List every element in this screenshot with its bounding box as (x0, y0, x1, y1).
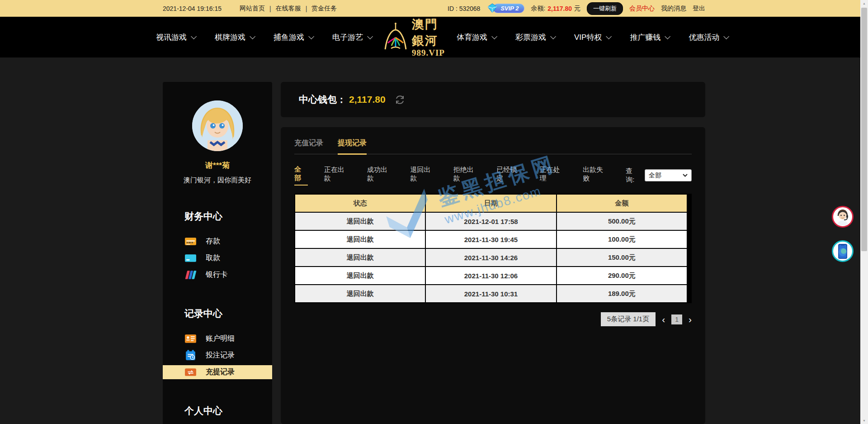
sidebar-slogan: 澳门银河，因你而美好 (163, 176, 272, 185)
scrollbar-thumb[interactable] (861, 8, 867, 251)
records-panel: 充值记录 提现记录 全部 正在出款 成功出款 退回出款 拒绝出款 已经锁定 正在… (281, 127, 705, 424)
tab-deposit-records[interactable]: 充值记录 (294, 138, 323, 154)
sidebar-item-account-detail[interactable]: 账户明细 (163, 332, 272, 346)
table-row: 退回出款 2021-11-30 10:31 189.00元 (295, 285, 687, 303)
query-select[interactable]: 全部 (645, 169, 692, 181)
logout-link[interactable]: 登出 (693, 5, 705, 13)
bank-cards-icon (184, 269, 197, 281)
next-page-button[interactable]: › (689, 314, 692, 324)
table-row: 退回出款 2021-11-30 12:06 290.00元 (295, 267, 687, 285)
nav-lottery-games[interactable]: 彩票游戏 (515, 32, 554, 43)
sidebar-item-withdraw[interactable]: 取款 (163, 251, 272, 265)
table-row: 退回出款 2021-11-30 19:45 100.00元 (295, 230, 687, 248)
nav-vip-privilege[interactable]: VIP特权 (574, 32, 610, 43)
floating-buttons (832, 206, 854, 262)
chevron-down-icon (665, 33, 671, 39)
table-header-row: 状态 日期 金额 (295, 194, 687, 212)
transfer-record-icon (184, 366, 197, 378)
filter-success[interactable]: 成功出款 (367, 166, 394, 185)
col-status: 状态 (295, 194, 425, 212)
col-date: 日期 (425, 194, 556, 212)
chevron-down-icon (491, 33, 497, 39)
phone-icon (834, 242, 852, 260)
avatar (192, 100, 243, 151)
nav-promo-activity[interactable]: 优惠活动 (689, 32, 727, 43)
nav-live-games[interactable]: 视讯游戏 (156, 32, 195, 43)
scroll-down-icon[interactable]: ▼ (860, 419, 868, 422)
bounty-task-link[interactable]: 赏金任务 (311, 5, 337, 13)
sidebar-item-bank-card[interactable]: 银行卡 (163, 268, 272, 282)
sidebar-item-bet-record[interactable]: 投注记录 (163, 348, 272, 362)
nav-slot-games[interactable]: 电子游艺 (332, 32, 371, 43)
refresh-balance-button[interactable]: 一键刷新 (587, 2, 623, 15)
logo-title: 澳門銀河 (412, 16, 445, 49)
table-row: 退回出款 2021-12-01 17:58 500.00元 (295, 212, 687, 230)
nav-board-games[interactable]: 棋牌游戏 (215, 32, 254, 43)
account-sidebar: 谢***菊 澳门银河，因你而美好 财务中心 存款 取款 银行卡 记录中心 (163, 82, 272, 424)
diamond-icon (487, 3, 498, 14)
pagination: 5条记录 1/1页 ‹ 1 › (294, 312, 692, 326)
online-service-link[interactable]: 在线客服 (276, 5, 301, 13)
balance-label: 余额: (531, 5, 545, 13)
site-logo[interactable]: 澳門銀河 989.VIP (383, 16, 445, 58)
my-messages-link[interactable]: 我的消息 (661, 5, 686, 13)
member-center-link[interactable]: 会员中心 (629, 5, 655, 13)
nav-promotion-earn[interactable]: 推广赚钱 (630, 32, 669, 43)
page-scrollbar[interactable]: ▲ ▼ (860, 0, 868, 424)
col-amount: 金额 (557, 194, 687, 212)
page-number[interactable]: 1 (671, 314, 682, 324)
status-filters: 全部 正在出款 成功出款 退回出款 拒绝出款 已经锁定 正在处理 出款失败 查询… (294, 165, 692, 186)
sidebar-item-transfer-record[interactable]: 充提记录 (163, 365, 272, 379)
link-separator: | (269, 5, 271, 12)
chevron-down-icon (367, 33, 373, 39)
filter-processing[interactable]: 正在处理 (540, 166, 566, 185)
deposit-card-icon (184, 235, 197, 248)
filter-locked[interactable]: 已经锁定 (496, 166, 523, 185)
nav-fishing-games[interactable]: 捕鱼游戏 (274, 32, 312, 43)
user-id: ID : 532068 (448, 5, 480, 12)
query-label: 查询: (626, 167, 641, 184)
sidebar-item-deposit[interactable]: 存款 (163, 234, 272, 248)
link-separator: | (306, 5, 307, 12)
nav-sports-games[interactable]: 体育游戏 (457, 32, 495, 43)
wallet-panel: 中心钱包： 2,117.80 (281, 82, 705, 117)
prev-page-button[interactable]: ‹ (662, 314, 665, 324)
account-detail-icon (184, 333, 197, 345)
record-count-summary: 5条记录 1/1页 (601, 312, 656, 326)
logo-subtitle: 989.VIP (412, 48, 445, 58)
section-personal-center: 个人中心 (163, 405, 272, 417)
chevron-down-icon (550, 33, 556, 39)
chevron-down-icon (250, 33, 255, 39)
filter-paying[interactable]: 正在出款 (324, 166, 351, 185)
filter-rejected[interactable]: 拒绝出款 (453, 166, 480, 185)
top-bar: 2021-12-04 19:16:15 网站首页 | 在线客服 | 赏金任务 I… (0, 0, 868, 17)
main-nav: 视讯游戏 棋牌游戏 捕鱼游戏 电子游艺 (0, 17, 868, 57)
username: 谢***菊 (163, 160, 272, 171)
chevron-down-icon (191, 33, 197, 39)
chevron-down-icon (683, 174, 688, 177)
galaxy-fountain-icon (383, 22, 408, 52)
chevron-down-icon (308, 33, 314, 39)
wallet-label: 中心钱包： (299, 93, 346, 106)
filter-failed[interactable]: 出款失败 (583, 166, 609, 185)
scroll-up-icon[interactable]: ▲ (860, 2, 868, 5)
current-datetime: 2021-12-04 19:16:15 (163, 5, 222, 12)
mobile-app-button[interactable] (832, 240, 854, 262)
wallet-amount: 2,117.80 (349, 94, 386, 105)
balance-value: 2,117.80 (547, 5, 572, 12)
filter-all[interactable]: 全部 (294, 165, 308, 186)
refresh-wallet-icon[interactable] (395, 95, 405, 105)
section-record-center: 记录中心 (163, 307, 272, 320)
customer-service-button[interactable] (832, 206, 854, 228)
record-tabs: 充值记录 提现记录 (294, 138, 692, 154)
customer-service-icon (833, 207, 852, 226)
chevron-down-icon (606, 33, 612, 39)
filter-returned[interactable]: 退回出款 (410, 166, 437, 185)
section-finance-center: 财务中心 (163, 210, 272, 223)
svip-badge: SVIP 2 (493, 4, 524, 13)
tab-withdrawal-records[interactable]: 提现记录 (338, 138, 367, 155)
chevron-down-icon (724, 33, 730, 39)
withdraw-card-icon (184, 252, 197, 264)
table-row: 退回出款 2021-11-30 14:26 150.00元 (295, 248, 687, 267)
home-link[interactable]: 网站首页 (240, 5, 265, 13)
